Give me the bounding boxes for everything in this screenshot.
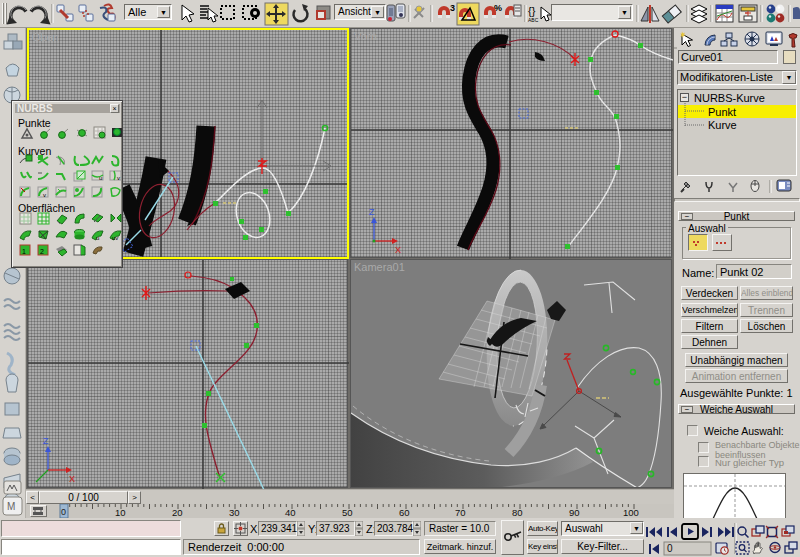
svg-text:40: 40 (285, 507, 296, 518)
svg-text:0: 0 (667, 543, 673, 554)
svg-text:0: 0 (61, 507, 66, 517)
svg-text:90: 90 (569, 507, 580, 518)
svg-text:{}: {} (528, 5, 536, 17)
svg-text:2: 2 (40, 248, 44, 255)
svg-text:u: u (96, 235, 99, 241)
svg-text:ABC: ABC (528, 17, 539, 23)
svg-text:u: u (99, 175, 102, 181)
svg-text:1: 1 (22, 248, 26, 255)
svg-text:X: X (395, 245, 401, 255)
svg-text:50: 50 (342, 507, 353, 518)
svg-text:v: v (117, 175, 120, 181)
svg-text:%: % (494, 3, 502, 13)
svg-text:v: v (43, 192, 46, 198)
svg-text:30: 30 (229, 507, 240, 518)
svg-text:60: 60 (399, 507, 410, 518)
svg-text:70: 70 (455, 507, 466, 518)
svg-text:M: M (7, 501, 15, 512)
svg-text:10: 10 (115, 507, 126, 518)
svg-text:uv: uv (112, 235, 118, 241)
svg-text:Z: Z (369, 207, 375, 217)
svg-text:Z: Z (43, 436, 49, 446)
svg-text:3: 3 (450, 3, 455, 13)
svg-text:20: 20 (172, 507, 183, 518)
svg-text:X: X (69, 474, 75, 484)
svg-text:100: 100 (623, 507, 639, 518)
svg-text:80: 80 (512, 507, 523, 518)
